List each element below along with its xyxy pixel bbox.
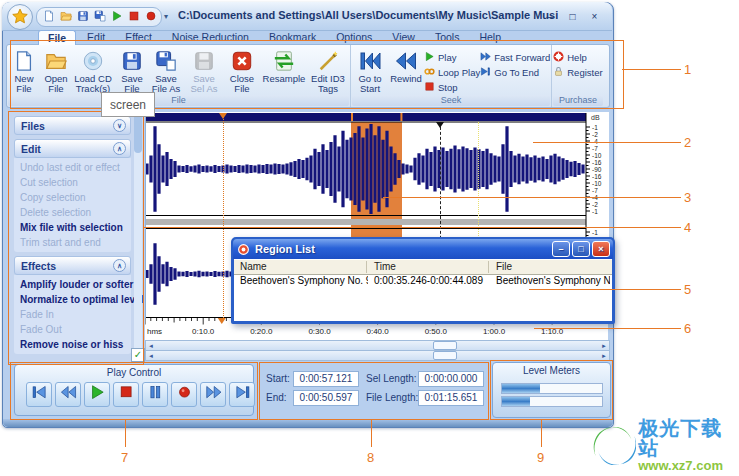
svg-text:0:40.0: 0:40.0 (366, 327, 389, 336)
callout-box-level-meters (490, 360, 613, 420)
callout-box-play-control (10, 362, 258, 420)
play-icon[interactable] (110, 9, 123, 22)
watermark-swirl-logo (592, 421, 636, 471)
region-list-icon (237, 243, 250, 256)
svg-text:-10: -10 (592, 152, 602, 159)
callout-3: 3 (684, 190, 691, 205)
screen-tooltip: screen (101, 92, 155, 117)
save-as-icon[interactable] (93, 9, 106, 22)
quick-access-dropdown-icon[interactable]: ▾ (164, 12, 168, 21)
callout-8: 8 (367, 450, 374, 465)
orange-marker-triangle-icon (219, 113, 227, 119)
column-header-name[interactable]: Name (234, 261, 370, 272)
black-marker-triangle-icon (436, 122, 444, 128)
column-header-file[interactable]: File (490, 261, 512, 272)
region-file-cell: Beethoven's Symphony No. 9 (... (490, 275, 610, 286)
svg-text:-7: -7 (592, 145, 598, 152)
svg-text:-2: -2 (592, 131, 598, 138)
site-watermark: 极光下载站 www.xz7.com (592, 418, 739, 473)
region-list-header: Name Time File (234, 260, 612, 275)
region-name-cell: Beethoven's Symphony No. 9 (S... (234, 275, 368, 286)
scrollbar-thumb[interactable] (433, 341, 457, 350)
region-list-dialog: Region List –□× Name Time File Beethoven… (231, 237, 615, 324)
svg-text:dB: dB (591, 114, 600, 121)
title-bar: ▾ C:\Documents and Settings\All Users\Do… (2, 2, 612, 31)
svg-text:0:10.0: 0:10.0 (192, 327, 215, 336)
svg-text:1:00.0: 1:00.0 (483, 327, 506, 336)
window-bottom-frame (3, 419, 613, 427)
column-header-time[interactable]: Time (368, 261, 492, 272)
callout-6: 6 (684, 321, 691, 336)
region-list-titlebar[interactable]: Region List –□× (233, 239, 613, 259)
dialog-close-button[interactable]: × (592, 241, 610, 257)
dialog-maximize-button[interactable]: □ (572, 241, 590, 257)
callout-1: 1 (684, 62, 691, 77)
orange-position-marker (223, 113, 224, 318)
callout-7: 7 (121, 450, 128, 465)
save-icon[interactable] (76, 9, 89, 22)
svg-text:0:20.0: 0:20.0 (250, 327, 273, 336)
svg-text:-16: -16 (592, 159, 602, 166)
region-time-cell: 0:00:35.246-0:00:44.089 (368, 275, 492, 286)
scroll-left-icon[interactable]: ◄ (146, 341, 156, 350)
watermark-site-url: www.xz7.com (638, 458, 739, 473)
scroll-right-icon[interactable]: ► (599, 341, 609, 350)
svg-text:0:30.0: 0:30.0 (308, 327, 331, 336)
svg-text:-4: -4 (592, 138, 598, 145)
window-title: C:\Documents and Settings\All Users\Docu… (178, 9, 558, 21)
region-list-row[interactable]: Beethoven's Symphony No. 9 (S... 0:00:35… (234, 275, 612, 288)
app-logo-star-icon[interactable] (7, 4, 33, 30)
svg-text:0:50.0: 0:50.0 (425, 327, 448, 336)
svg-text:-10: -10 (592, 180, 602, 187)
svg-text:-2: -2 (592, 201, 598, 208)
screenshot-stage: ▾ C:\Documents and Settings\All Users\Do… (0, 0, 739, 476)
dialog-minimize-button[interactable]: – (552, 241, 570, 257)
callout-5: 5 (684, 282, 691, 297)
svg-text:-1: -1 (592, 208, 598, 215)
callout-box-time-fields (259, 362, 489, 420)
callout-2: 2 (684, 135, 691, 150)
svg-text:-7: -7 (592, 187, 598, 194)
svg-text:-1: -1 (592, 229, 598, 236)
svg-text:hms: hms (147, 327, 162, 336)
svg-text:-90: -90 (592, 166, 602, 173)
open-folder-icon[interactable] (59, 9, 72, 22)
region-list-title: Region List (255, 243, 315, 255)
stop-icon[interactable] (127, 9, 140, 22)
record-icon[interactable] (144, 9, 157, 22)
svg-text:-1: -1 (592, 124, 598, 131)
callout-4: 4 (684, 220, 691, 235)
watermark-site-name: 极光下载站 (638, 418, 739, 458)
scroll-right-icon[interactable]: ► (599, 351, 609, 360)
new-doc-icon[interactable] (42, 9, 55, 22)
close-button[interactable]: × (585, 8, 604, 25)
svg-text:-16: -16 (592, 173, 602, 180)
minimize-button[interactable]: – (541, 8, 560, 25)
callout-box-sidebar (8, 111, 144, 365)
scrollbar-thumb[interactable] (433, 351, 457, 360)
callout-9: 9 (537, 450, 544, 465)
scroll-left-icon[interactable]: ◄ (146, 351, 156, 360)
maximize-button[interactable]: □ (563, 8, 582, 25)
